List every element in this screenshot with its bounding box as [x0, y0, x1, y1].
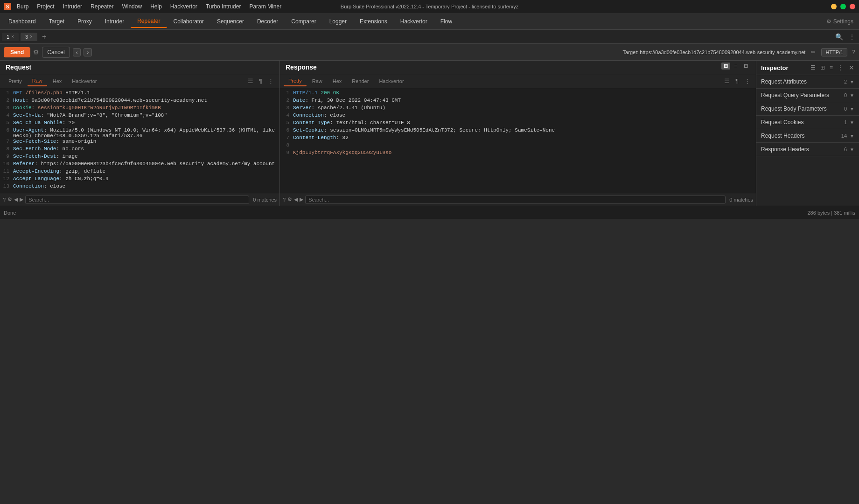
- inspector-close-icon[interactable]: ✕: [849, 64, 854, 71]
- request-code-area[interactable]: 1GET /files/p.php HTTP/1.12Host: 0a3d00f…: [0, 88, 279, 193]
- nav-tab-comparer[interactable]: Comparer: [285, 15, 322, 28]
- inspector-body: Request Attributes 2 ▼ Request Query Par…: [756, 75, 859, 206]
- close-tab-3-icon[interactable]: ×: [30, 34, 33, 39]
- resp-view-grid-icon[interactable]: ⊞: [721, 63, 730, 70]
- menu-param-miner[interactable]: Param Miner: [245, 2, 285, 11]
- inspector-expand-icon[interactable]: ▼: [850, 93, 854, 98]
- nav-tab-proxy[interactable]: Proxy: [71, 15, 98, 28]
- inspector-section[interactable]: Request Body Parameters 0 ▼: [756, 102, 859, 116]
- close-button[interactable]: [850, 4, 855, 9]
- add-tab-button[interactable]: +: [39, 32, 49, 42]
- nav-tab-collaborator[interactable]: Collaborator: [167, 15, 210, 28]
- nav-tab-flow[interactable]: Flow: [434, 15, 459, 28]
- menu-project[interactable]: Project: [33, 2, 58, 11]
- menu-hackvertor[interactable]: Hackvertor: [167, 2, 201, 11]
- nav-prev-button[interactable]: ‹: [73, 48, 81, 56]
- inspector-section[interactable]: Request Cookies 1 ▼: [756, 116, 859, 129]
- resp-tab-render[interactable]: Render: [347, 77, 373, 86]
- inspector-expand-icon[interactable]: ▼: [850, 79, 854, 84]
- response-search-input[interactable]: [305, 196, 726, 204]
- inspector-sort-icon[interactable]: ⋮: [836, 63, 845, 72]
- req-tab-pretty[interactable]: Pretty: [4, 77, 27, 86]
- inspector-expand-icon[interactable]: ▼: [850, 133, 854, 139]
- more-options-icon[interactable]: ⋮: [847, 32, 857, 42]
- resp-tab-hackvertor[interactable]: Hackvertor: [374, 77, 408, 86]
- resp-view-list-icon[interactable]: ≡: [732, 63, 740, 70]
- resp-search-prev-icon[interactable]: ?: [283, 197, 286, 203]
- search-icon[interactable]: 🔍: [833, 32, 845, 42]
- req-tab-hackvertor[interactable]: Hackvertor: [67, 77, 101, 86]
- inspector-align-icon[interactable]: ≡: [828, 63, 835, 72]
- nav-tab-dashboard[interactable]: Dashboard: [2, 15, 42, 28]
- edit-target-icon[interactable]: ✏: [811, 49, 816, 56]
- menu-window[interactable]: Window: [118, 2, 146, 11]
- inspector-section[interactable]: Response Headers 6 ▼: [756, 143, 859, 156]
- request-view-icon-1[interactable]: ☰: [246, 77, 255, 85]
- inspector-expand-icon[interactable]: ▼: [850, 120, 854, 125]
- inspector-row[interactable]: Request Query Parameters 0 ▼: [756, 89, 859, 102]
- nav-tab-hackvertor[interactable]: Hackvertor: [394, 15, 434, 28]
- nav-next-button[interactable]: ›: [84, 48, 92, 56]
- inspector-row[interactable]: Request Body Parameters 0 ▼: [756, 102, 859, 115]
- inspector-row[interactable]: Request Cookies 1 ▼: [756, 116, 859, 129]
- resp-nav-next-icon[interactable]: ▶: [300, 196, 303, 203]
- inspector-row[interactable]: Request Attributes 2 ▼: [756, 75, 859, 88]
- status-text: Done: [4, 210, 16, 216]
- response-view-icon-2[interactable]: ¶: [733, 77, 740, 85]
- menu-help[interactable]: Help: [147, 2, 166, 11]
- nav-tab-repeater[interactable]: Repeater: [131, 15, 167, 28]
- inspector-section[interactable]: Request Attributes 2 ▼: [756, 75, 859, 89]
- request-tab-1[interactable]: 1 ×: [2, 33, 19, 41]
- toolbar: Send ⚙ Cancel ‹ › Target: https://0a3d00…: [0, 44, 859, 61]
- resp-search-gear-icon[interactable]: ⚙: [287, 196, 292, 203]
- menu-turbo-intruder[interactable]: Turbo Intruder: [202, 2, 245, 11]
- req-tab-hex[interactable]: Hex: [48, 77, 67, 86]
- inspector-row[interactable]: Request Headers 14 ▼: [756, 129, 859, 142]
- inspector-section[interactable]: Request Query Parameters 0 ▼: [756, 89, 859, 102]
- send-button[interactable]: Send: [4, 47, 30, 57]
- nav-tab-extensions[interactable]: Extensions: [353, 15, 394, 28]
- nav-tab-target[interactable]: Target: [42, 15, 71, 28]
- req-nav-prev-icon[interactable]: ◀: [14, 196, 18, 203]
- req-tab-raw[interactable]: Raw: [28, 76, 47, 86]
- nav-tab-decoder[interactable]: Decoder: [251, 15, 285, 28]
- maximize-button[interactable]: [840, 4, 846, 9]
- minimize-button[interactable]: [831, 4, 837, 9]
- send-options-icon[interactable]: ⚙: [33, 49, 39, 56]
- menu-repeater[interactable]: Repeater: [87, 2, 117, 11]
- response-view-icon-1[interactable]: ☰: [722, 77, 732, 85]
- window-controls: [831, 4, 855, 9]
- nav-tab-sequencer[interactable]: Sequencer: [210, 15, 251, 28]
- resp-tab-raw[interactable]: Raw: [307, 77, 327, 86]
- response-more-icon[interactable]: ⋮: [742, 77, 752, 85]
- help-icon[interactable]: ?: [852, 49, 855, 56]
- request-tab-3[interactable]: 3 ×: [21, 33, 37, 41]
- cancel-button[interactable]: Cancel: [42, 47, 70, 58]
- req-search-gear-icon[interactable]: ⚙: [7, 196, 12, 203]
- inspector-view-grid-icon[interactable]: ⊞: [818, 63, 827, 72]
- menu-burp[interactable]: Burp: [13, 2, 32, 11]
- resp-tab-pretty[interactable]: Pretty: [284, 76, 307, 86]
- request-more-icon[interactable]: ⋮: [266, 77, 276, 85]
- response-code-area[interactable]: 1HTTP/1.1 200 OK2Date: Fri, 30 Dec 2022 …: [280, 88, 756, 193]
- target-url: Target: https://0a3d00fe03ecb1d7c21b7548…: [623, 49, 806, 55]
- inspector-expand-icon[interactable]: ▼: [850, 147, 854, 152]
- request-search-input[interactable]: [25, 196, 249, 204]
- req-nav-next-icon[interactable]: ▶: [20, 196, 23, 203]
- menu-intruder[interactable]: Intruder: [59, 2, 86, 11]
- resp-nav-prev-icon[interactable]: ◀: [294, 196, 298, 203]
- resp-view-cols-icon[interactable]: ⊟: [741, 63, 750, 70]
- inspector-row[interactable]: Response Headers 6 ▼: [756, 143, 859, 156]
- close-tab-1-icon[interactable]: ×: [11, 34, 14, 39]
- inspector-section[interactable]: Request Headers 14 ▼: [756, 129, 859, 143]
- settings-button[interactable]: ⚙ Settings: [823, 16, 857, 27]
- nav-tab-logger[interactable]: Logger: [323, 15, 353, 28]
- req-search-prev-icon[interactable]: ?: [3, 197, 6, 203]
- resp-tab-hex[interactable]: Hex: [328, 77, 347, 86]
- inspector-view-icons: ☰ ⊞ ≡ ⋮: [809, 63, 845, 72]
- request-view-icon-2[interactable]: ¶: [257, 77, 264, 85]
- inspector-view-list-icon[interactable]: ☰: [809, 63, 817, 72]
- http-version-badge[interactable]: HTTP/1: [821, 48, 847, 56]
- inspector-expand-icon[interactable]: ▼: [850, 106, 854, 112]
- nav-tab-intruder[interactable]: Intruder: [98, 15, 131, 28]
